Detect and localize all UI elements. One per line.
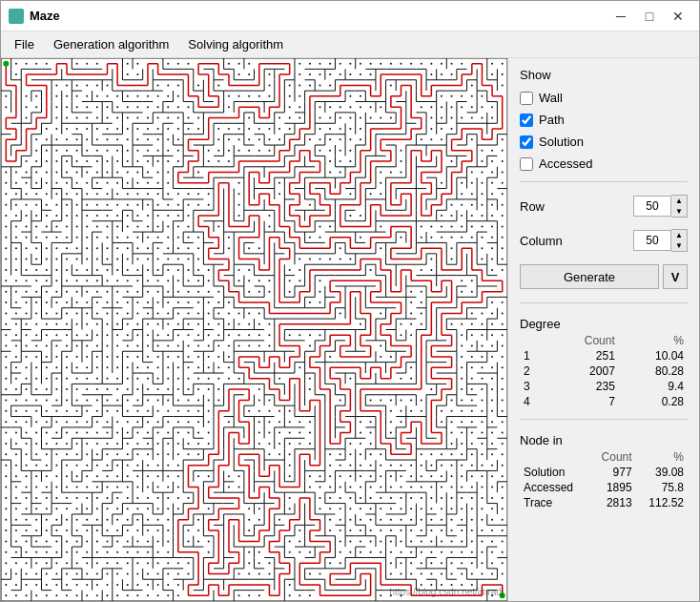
- node-title: Node in: [520, 433, 688, 447]
- accessed-label: Accessed: [539, 156, 592, 171]
- main-window: Maze ─ □ ✕ File Generation algorithm Sol…: [0, 0, 700, 602]
- row-spinbox-row: Row ▲ ▼: [520, 195, 688, 218]
- degree-value: 4: [520, 394, 546, 409]
- column-spinbox-row: Column ▲ ▼: [520, 229, 688, 252]
- row-label: Row: [520, 199, 545, 214]
- solution-checkbox-row: Solution: [520, 135, 688, 149]
- node-pct: 39.08: [636, 465, 688, 480]
- close-button[interactable]: ✕: [665, 6, 691, 27]
- node-name: Solution: [520, 465, 589, 480]
- solution-checkbox[interactable]: [520, 135, 533, 149]
- menu-generation[interactable]: Generation algorithm: [44, 35, 178, 53]
- table-row: 3 235 9.4: [520, 379, 688, 394]
- title-bar: Maze ─ □ ✕: [1, 1, 699, 31]
- degree-col-header: [520, 333, 546, 348]
- solution-label: Solution: [539, 135, 584, 149]
- degree-section: Degree Count % 1 251 10.04 2 2007 80.: [520, 317, 688, 409]
- row-up-button[interactable]: ▲: [671, 196, 687, 206]
- node-name: Accessed: [520, 480, 589, 495]
- degree-count-header: Count: [546, 333, 619, 348]
- menu-solving[interactable]: Solving algorithm: [178, 35, 293, 53]
- table-row: Trace 2813 112.52: [520, 495, 688, 510]
- node-pct: 75.8: [636, 480, 688, 495]
- path-checkbox-row: Path: [520, 113, 688, 127]
- watermark: https://blog.csdn.net/imradj: [389, 587, 504, 597]
- minimize-button[interactable]: ─: [607, 6, 634, 27]
- node-count: 977: [589, 465, 636, 480]
- wall-checkbox[interactable]: [520, 92, 533, 105]
- degree-count: 235: [546, 379, 619, 394]
- node-pct-header: %: [636, 449, 688, 465]
- degree-value: 1: [520, 348, 546, 363]
- row-input[interactable]: [633, 196, 671, 217]
- degree-title: Degree: [520, 317, 688, 331]
- sidebar: Show Wall Path Solution Accessed Row: [508, 58, 699, 601]
- degree-value: 3: [520, 379, 546, 394]
- row-arrows: ▲ ▼: [671, 195, 688, 218]
- column-down-button[interactable]: ▼: [671, 240, 687, 251]
- degree-pct: 9.4: [619, 379, 688, 394]
- node-section: Node in Count % Solution 977 39.08 Acces…: [520, 433, 688, 510]
- window-controls: ─ □ ✕: [607, 6, 691, 27]
- maze-area: https://blog.csdn.net/imradj: [1, 58, 508, 601]
- maze-canvas: [1, 58, 507, 601]
- wall-label: Wall: [539, 91, 563, 105]
- maximize-button[interactable]: □: [636, 6, 663, 27]
- wall-checkbox-row: Wall: [520, 91, 688, 105]
- degree-table: Count % 1 251 10.04 2 2007 80.28 3 235 9…: [520, 333, 688, 409]
- show-section-title: Show: [520, 68, 688, 82]
- node-col-header: [520, 449, 589, 465]
- degree-pct: 80.28: [619, 363, 688, 379]
- node-count: 1895: [589, 480, 636, 495]
- node-count-header: Count: [589, 449, 636, 465]
- v-button[interactable]: V: [663, 264, 688, 289]
- accessed-checkbox-row: Accessed: [520, 156, 688, 171]
- column-input[interactable]: [633, 230, 671, 251]
- table-row: Accessed 1895 75.8: [520, 480, 688, 495]
- degree-count: 251: [546, 348, 619, 363]
- column-label: Column: [520, 234, 563, 248]
- degree-value: 2: [520, 363, 546, 379]
- app-icon: [9, 9, 24, 24]
- row-down-button[interactable]: ▼: [671, 206, 687, 217]
- divider-1: [520, 181, 688, 182]
- table-row: 4 7 0.28: [520, 394, 688, 409]
- degree-count: 2007: [546, 363, 619, 379]
- accessed-checkbox[interactable]: [520, 157, 533, 171]
- path-label: Path: [539, 113, 565, 127]
- node-count: 2813: [589, 495, 636, 510]
- column-up-button[interactable]: ▲: [671, 230, 687, 240]
- divider-2: [520, 302, 688, 303]
- degree-pct: 10.04: [619, 348, 688, 363]
- table-row: 1 251 10.04: [520, 348, 688, 363]
- degree-count: 7: [546, 394, 619, 409]
- window-title: Maze: [30, 9, 607, 23]
- degree-pct-header: %: [619, 333, 688, 348]
- divider-3: [520, 419, 688, 420]
- menu-bar: File Generation algorithm Solving algori…: [1, 31, 699, 58]
- generate-row: Generate V: [520, 264, 688, 289]
- node-name: Trace: [520, 495, 589, 510]
- table-row: Solution 977 39.08: [520, 465, 688, 480]
- degree-pct: 0.28: [619, 394, 688, 409]
- column-arrows: ▲ ▼: [671, 229, 688, 252]
- node-pct: 112.52: [636, 495, 688, 510]
- table-row: 2 2007 80.28: [520, 363, 688, 379]
- path-checkbox[interactable]: [520, 114, 533, 127]
- menu-file[interactable]: File: [5, 35, 44, 53]
- column-spinbox: ▲ ▼: [633, 229, 688, 252]
- main-content: https://blog.csdn.net/imradj Show Wall P…: [1, 58, 699, 601]
- generate-button[interactable]: Generate: [520, 264, 659, 289]
- row-spinbox: ▲ ▼: [633, 195, 688, 218]
- node-table: Count % Solution 977 39.08 Accessed 1895…: [520, 449, 688, 510]
